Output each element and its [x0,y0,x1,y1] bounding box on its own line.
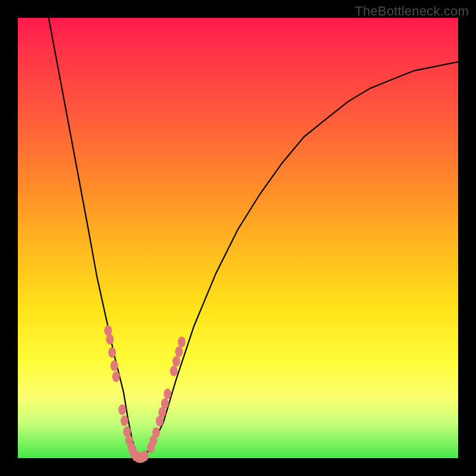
bottleneck-curve [49,18,458,458]
curve-marker [108,347,116,358]
curve-marker [170,366,178,377]
curve-marker [161,398,169,409]
curve-marker [164,389,171,399]
curve-marker [118,405,126,415]
watermark-text: TheBottleneck.com [355,4,469,19]
plot-area [18,18,458,458]
curve-marker [121,415,129,426]
curve-marker [175,346,183,357]
curve-marker [112,371,120,382]
curve-marker [141,450,149,461]
curve-layer [18,18,458,458]
curve-marker [173,356,180,367]
curve-marker [152,427,160,438]
curve-marker [111,361,118,371]
curve-marker [106,334,114,345]
chart-frame: TheBottleneck.com [0,0,476,476]
curve-marker [178,337,186,347]
marker-group [104,325,186,463]
